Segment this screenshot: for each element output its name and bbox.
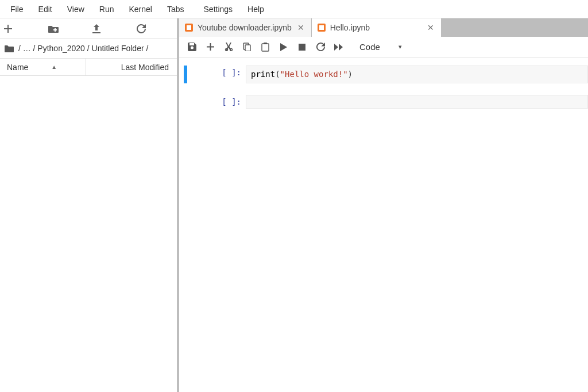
menu-tabs[interactable]: Tabs — [160, 1, 191, 17]
svg-rect-3 — [187, 25, 191, 30]
close-icon[interactable]: ✕ — [426, 23, 435, 32]
file-browser-toolbar — [0, 18, 177, 39]
svg-point-7 — [230, 49, 232, 51]
upload-button[interactable] — [92, 24, 129, 33]
cell-prompt: [ ]: — [211, 95, 246, 106]
menu-help[interactable]: Help — [241, 1, 271, 17]
refresh-button[interactable] — [137, 24, 173, 33]
breadcrumb-part2[interactable]: Untitled Folder — [92, 44, 144, 53]
file-list[interactable] — [0, 76, 177, 392]
code-token-fn: print — [251, 70, 275, 79]
notebook-body[interactable]: [ ]: print("Hello workd!") [ ]: — [179, 57, 588, 392]
restart-icon — [316, 43, 325, 51]
cell-type-label: Code — [359, 42, 380, 52]
restart-button[interactable] — [312, 39, 328, 55]
code-token-punc: ) — [348, 70, 353, 79]
breadcrumb-sep: / — [33, 44, 36, 53]
file-header-modified[interactable]: Last Modified — [86, 63, 177, 72]
stop-icon — [299, 44, 305, 51]
svg-rect-10 — [262, 44, 269, 51]
menu-run[interactable]: Run — [92, 1, 121, 17]
cell-prompt: [ ]: — [211, 66, 246, 77]
refresh-icon — [137, 24, 146, 33]
new-folder-button[interactable] — [48, 25, 85, 33]
svg-rect-11 — [264, 43, 267, 44]
tab-youtube-downloader[interactable]: Youtube downloader.ipynb ✕ — [179, 18, 312, 37]
file-browser-panel: / … / Python_2020 / Untitled Folder / Na… — [0, 18, 179, 392]
chevron-down-icon: ▾ — [399, 43, 402, 51]
upload-icon — [92, 24, 100, 33]
menu-view[interactable]: View — [60, 1, 91, 17]
cut-icon — [225, 43, 233, 51]
tab-bar-fill — [442, 18, 588, 37]
cell-type-selector[interactable]: Code ▾ — [354, 41, 407, 53]
menu-edit[interactable]: Edit — [32, 1, 59, 17]
save-icon — [188, 43, 196, 51]
svg-rect-5 — [319, 25, 324, 30]
breadcrumb-root[interactable]: / — [18, 44, 21, 53]
svg-rect-12 — [299, 44, 305, 51]
restart-run-all-button[interactable] — [331, 39, 347, 55]
menu-bar: File Edit View Run Kernel Tabs Settings … — [0, 0, 588, 18]
cell-active-indicator — [184, 66, 187, 83]
run-icon — [280, 43, 287, 51]
svg-rect-9 — [245, 45, 250, 51]
plus-icon — [207, 43, 214, 51]
tab-label: Youtube downloader.ipynb — [198, 23, 292, 32]
file-list-header: Name ▲ Last Modified — [0, 59, 177, 76]
code-token-string: "Hello workd!" — [280, 70, 348, 79]
breadcrumb-sep2: / — [87, 44, 90, 53]
file-header-name[interactable]: Name ▲ — [0, 59, 86, 75]
close-icon[interactable]: ✕ — [296, 23, 305, 32]
main-area: / … / Python_2020 / Untitled Folder / Na… — [0, 18, 588, 392]
cell-code-editor[interactable] — [246, 95, 588, 109]
save-button[interactable] — [184, 39, 200, 55]
breadcrumb-trailing: / — [146, 44, 148, 53]
cell-active-indicator — [184, 95, 187, 109]
fast-forward-icon — [334, 44, 343, 51]
tab-hello[interactable]: Hello.ipynb ✕ — [312, 18, 442, 37]
copy-button[interactable] — [239, 39, 255, 55]
code-cell[interactable]: [ ]: — [179, 94, 588, 110]
code-cell[interactable]: [ ]: print("Hello workd!") — [179, 64, 588, 84]
paste-button[interactable] — [257, 39, 273, 55]
new-launcher-button[interactable] — [4, 25, 41, 33]
new-folder-icon — [48, 25, 59, 33]
notebook-area: Youtube downloader.ipynb ✕ Hello.ipynb ✕ — [179, 18, 588, 392]
notebook-toolbar: Code ▾ — [179, 37, 588, 57]
notebook-icon — [318, 24, 326, 32]
tab-label: Hello.ipynb — [330, 23, 370, 32]
interrupt-button[interactable] — [294, 39, 310, 55]
run-button[interactable] — [276, 39, 292, 55]
cut-button[interactable] — [220, 39, 237, 55]
copy-icon — [243, 43, 252, 51]
folder-icon — [5, 45, 14, 52]
menu-kernel[interactable]: Kernel — [122, 1, 158, 17]
notebook-icon — [185, 24, 193, 32]
plus-icon — [4, 25, 12, 33]
breadcrumb-ellipsis[interactable]: … — [23, 44, 31, 53]
file-header-name-label: Name — [7, 63, 28, 72]
menu-file[interactable]: File — [3, 1, 30, 17]
cell-code-editor[interactable]: print("Hello workd!") — [246, 66, 588, 83]
sort-asc-icon: ▲ — [51, 64, 57, 70]
breadcrumb-part1[interactable]: Python_2020 — [37, 44, 85, 53]
breadcrumb[interactable]: / … / Python_2020 / Untitled Folder / — [0, 39, 177, 59]
code-token-punc: ( — [275, 70, 280, 79]
paste-icon — [261, 43, 269, 52]
svg-rect-1 — [53, 29, 57, 30]
menu-settings[interactable]: Settings — [197, 1, 240, 17]
tab-bar: Youtube downloader.ipynb ✕ Hello.ipynb ✕ — [179, 18, 588, 37]
insert-cell-button[interactable] — [202, 39, 218, 55]
